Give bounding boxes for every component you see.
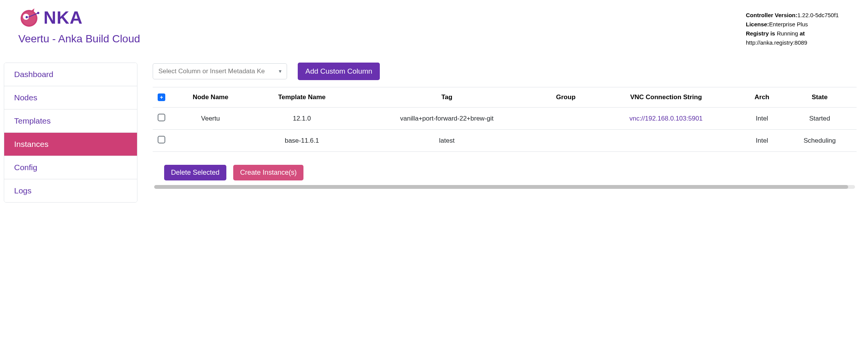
cell-state: Started	[783, 108, 857, 130]
svg-point-3	[26, 16, 28, 18]
sidebar-item-templates[interactable]: Templates	[4, 109, 137, 133]
sidebar-item-instances[interactable]: Instances	[4, 133, 137, 156]
cell-group	[540, 130, 591, 152]
col-vnc: VNC Connection String	[591, 87, 741, 108]
column-select-input[interactable]	[153, 63, 287, 79]
col-arch: Arch	[741, 87, 783, 108]
cell-node-name: Veertu	[170, 108, 251, 130]
sidebar-item-logs[interactable]: Logs	[4, 179, 137, 202]
instances-table: + Node Name Template Name Tag Group VNC …	[153, 87, 857, 152]
svg-point-5	[37, 12, 39, 14]
controller-version-label: Controller Version:	[746, 12, 797, 18]
delete-selected-button[interactable]: Delete Selected	[164, 165, 226, 180]
table-row: Veertu 12.1.0 vanilla+port-forward-22+br…	[153, 108, 857, 130]
cell-template-name: 12.1.0	[251, 108, 353, 130]
cell-tag: vanilla+port-forward-22+brew-git	[353, 108, 541, 130]
cell-arch: Intel	[741, 130, 783, 152]
logo-text: NKA	[44, 7, 83, 28]
brand-subtitle: Veertu - Anka Build Cloud	[18, 33, 140, 45]
add-custom-column-button[interactable]: Add Custom Column	[298, 63, 380, 80]
col-tag: Tag	[353, 87, 541, 108]
row-checkbox[interactable]	[158, 136, 165, 143]
sidebar-item-dashboard[interactable]: Dashboard	[4, 63, 137, 86]
registry-url: http://anka.registry:8089	[746, 38, 853, 47]
row-checkbox[interactable]	[158, 114, 165, 121]
cell-node-name	[170, 130, 251, 152]
create-instance-button[interactable]: Create Instance(s)	[233, 165, 303, 180]
col-node-name: Node Name	[170, 87, 251, 108]
logo-icon	[18, 7, 40, 28]
registry-state: Running	[777, 30, 798, 37]
status-block: Controller Version:1.22.0-5dc750f1 Licen…	[746, 7, 853, 47]
cell-state: Scheduling	[783, 130, 857, 152]
expand-all-toggle[interactable]: +	[158, 93, 165, 101]
col-state: State	[783, 87, 857, 108]
column-select[interactable]: ▼	[153, 63, 287, 79]
col-group: Group	[540, 87, 591, 108]
registry-at: at	[800, 30, 805, 37]
license-value: Enterprise Plus	[769, 21, 808, 27]
horizontal-scrollbar[interactable]	[154, 185, 855, 189]
table-row: base-11.6.1 latest Intel Scheduling	[153, 130, 857, 152]
license-label: License:	[746, 21, 769, 27]
controller-version-value: 1.22.0-5dc750f1	[797, 12, 839, 18]
cell-template-name: base-11.6.1	[251, 130, 353, 152]
cell-group	[540, 108, 591, 130]
cell-tag: latest	[353, 130, 541, 152]
cell-vnc-link[interactable]: vnc://192.168.0.103:5901	[629, 115, 703, 122]
cell-arch: Intel	[741, 108, 783, 130]
scrollbar-thumb[interactable]	[154, 185, 848, 189]
registry-label: Registry is	[746, 30, 775, 37]
sidebar: Dashboard Nodes Templates Instances Conf…	[4, 63, 137, 203]
col-template-name: Template Name	[251, 87, 353, 108]
sidebar-item-nodes[interactable]: Nodes	[4, 86, 137, 109]
brand-logo: NKA	[18, 7, 140, 28]
cell-vnc	[591, 130, 741, 152]
sidebar-item-config[interactable]: Config	[4, 156, 137, 179]
